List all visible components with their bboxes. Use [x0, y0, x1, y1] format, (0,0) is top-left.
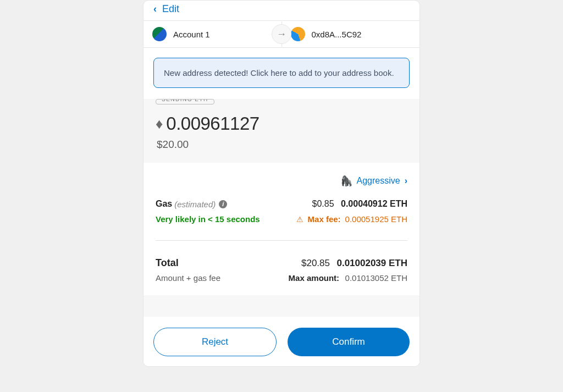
wallet-send-confirm: ‹ Edit Account 1 → 0xd8A...5C92 New addr…: [143, 0, 420, 367]
from-account[interactable]: Account 1: [143, 21, 282, 47]
eth-icon: ♦: [156, 115, 163, 132]
eth-amount-row: ♦ 0.00961127: [156, 113, 407, 134]
gas-usd: $0.85: [312, 199, 334, 208]
reject-button[interactable]: Reject: [153, 328, 277, 356]
from-account-name: Account 1: [173, 30, 210, 39]
sending-badge: SENDING ETH: [156, 99, 214, 104]
gas-eth: 0.00040912 ETH: [341, 199, 407, 208]
warning-icon: ⚠: [296, 215, 303, 224]
total-subtext: Amount + gas fee: [156, 273, 220, 283]
gas-values: $0.85 0.00040912 ETH: [312, 199, 407, 209]
gas-estimated-suffix: (estimated): [174, 200, 216, 209]
maxamount-value: 0.01013052 ETH: [345, 273, 407, 283]
maxamount-label: Max amount:: [289, 273, 340, 283]
to-address: 0xd8A...5C92: [312, 30, 362, 39]
notice-section: New address detected! Click here to add …: [143, 48, 420, 99]
maxfee-label: Max fee:: [308, 214, 341, 224]
gas-label: Gas: [156, 199, 172, 209]
confirm-button[interactable]: Confirm: [288, 328, 410, 356]
maxfee-group: ⚠ Max fee: 0.00051925 ETH: [296, 214, 407, 224]
transfer-arrow-icon: →: [272, 24, 291, 44]
gas-label-group: Gas (estimated) i: [156, 199, 227, 209]
gas-likely-text: Very likely in < 15 seconds: [156, 214, 260, 224]
eth-amount: 0.00961127: [166, 113, 259, 134]
total-label: Total: [156, 257, 179, 269]
total-usd: $20.85: [301, 258, 330, 268]
gas-timing-row: Very likely in < 15 seconds ⚠ Max fee: 0…: [156, 214, 407, 224]
total-row: Total $20.85 0.01002039 ETH: [156, 257, 407, 269]
to-avatar-icon: [291, 27, 305, 41]
total-subtext-row: Amount + gas fee Max amount: 0.01013052 …: [156, 273, 407, 283]
gorilla-icon: 🦍: [340, 175, 352, 187]
edit-link[interactable]: Edit: [162, 3, 179, 15]
back-icon[interactable]: ‹: [153, 3, 157, 15]
divider: [156, 240, 407, 241]
maxfee-value: 0.00051925 ETH: [345, 214, 407, 224]
gas-speed-label: Aggressive: [357, 176, 400, 186]
info-icon[interactable]: i: [219, 200, 227, 208]
footer-buttons: Reject Confirm: [143, 317, 420, 366]
total-values: $20.85 0.01002039 ETH: [301, 258, 407, 269]
gas-card: 🦍 Aggressive › Gas (estimated) i $0.85 0…: [143, 163, 420, 295]
maxamount-group: Max amount: 0.01013052 ETH: [289, 273, 407, 283]
amount-section: SENDING ETH ♦ 0.00961127 $20.00: [143, 99, 420, 163]
from-avatar-icon: [152, 27, 167, 41]
gas-speed-selector[interactable]: 🦍 Aggressive ›: [156, 175, 407, 187]
usd-amount: $20.00: [157, 139, 407, 151]
details-scroll[interactable]: SENDING ETH ♦ 0.00961127 $20.00 🦍 Aggres…: [143, 99, 420, 317]
to-account[interactable]: 0xd8A...5C92: [282, 21, 420, 47]
gas-row: Gas (estimated) i $0.85 0.00040912 ETH: [156, 199, 407, 209]
total-eth: 0.01002039 ETH: [336, 258, 407, 268]
header: ‹ Edit: [143, 1, 420, 20]
new-address-notice[interactable]: New address detected! Click here to add …: [153, 58, 410, 88]
chevron-right-icon: ›: [405, 176, 407, 186]
accounts-row: Account 1 → 0xd8A...5C92: [143, 20, 420, 48]
